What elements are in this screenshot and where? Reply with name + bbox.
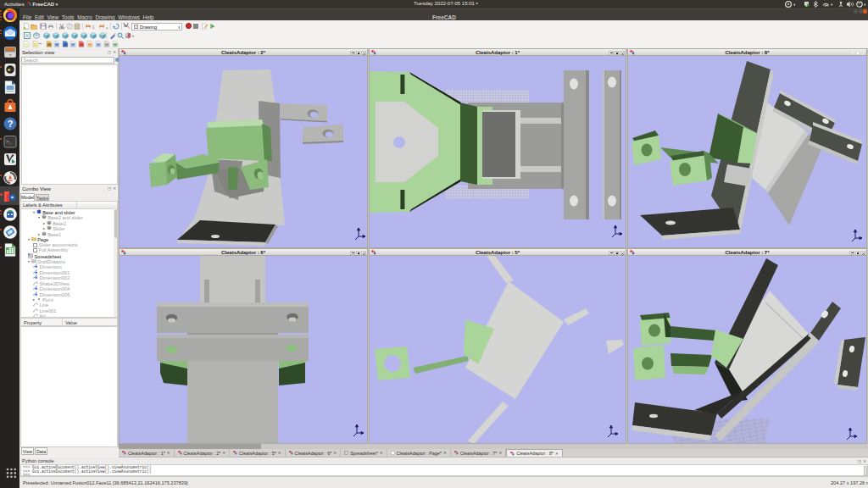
svg-text:?: ? xyxy=(7,119,13,129)
svg-text:>_: >_ xyxy=(6,139,13,145)
